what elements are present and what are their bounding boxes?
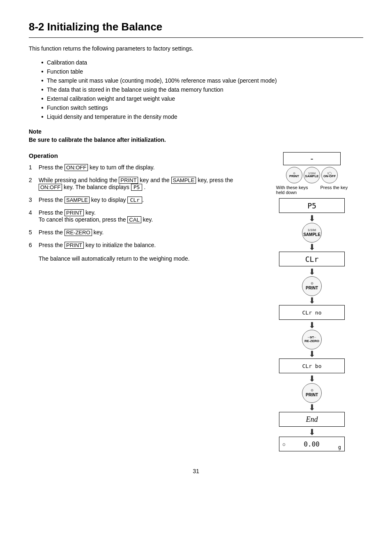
arrow-8: ⬇ (309, 403, 316, 412)
print-key-diag: ⊙ PRINT (302, 276, 322, 296)
print-key: PRINT (119, 177, 138, 184)
sample-key2: SAMPLE (65, 197, 90, 204)
intro-text: This function returns the following para… (29, 45, 363, 52)
onoff-key: ON:OFF (65, 164, 88, 171)
page-number: 31 (29, 468, 363, 474)
operation-text: Operation Press the ON:OFF key to turn o… (29, 152, 248, 268)
note-text: Be sure to calibrate the balance after i… (29, 136, 363, 143)
operation-section: Operation Press the ON:OFF key to turn o… (29, 152, 363, 451)
onoff-key-icon: I◯ ON·OFF (321, 167, 338, 183)
arrow-2: ⬇ (309, 243, 316, 251)
final-screen: ○ 0.00 g (279, 437, 345, 451)
sample-key-diag: 1/10d SAMPLE (302, 223, 322, 243)
rezero-key-diag: →0/T← RE-ZERO (302, 330, 322, 349)
list-item: Function table (41, 68, 363, 75)
arrow-9: ⬇ (309, 428, 316, 436)
arrow-5: ⬇ (309, 321, 316, 329)
list-item: Function switch settings (41, 104, 363, 111)
arrow-3: ⬇ (309, 268, 316, 276)
clr-no-screen: CLr no (279, 305, 345, 320)
weight-value: 0.00 (304, 440, 320, 448)
steps-list: Press the ON:OFF key to turn off the dis… (29, 164, 248, 262)
step-4: Press the PRINT key. To cancel this oper… (29, 209, 248, 223)
bullet-list: Calibration data Function table The samp… (41, 59, 363, 120)
list-item: Calibration data (41, 59, 363, 66)
arrow-4: ⬇ (309, 296, 316, 305)
sample-key-icon: 1/10d SAMPLE (304, 167, 320, 183)
note-section: Note Be sure to calibrate the balance af… (29, 128, 363, 143)
arrow-6: ⬇ (309, 350, 316, 358)
diagram: - ⊙ PRINT 1/10d SAMPLE I◯ ON·OFF (261, 152, 363, 451)
ps-display: P5 (131, 184, 143, 191)
clr-display: CLr (127, 197, 142, 204)
list-item: The sample unit mass value (counting mod… (41, 77, 363, 84)
held-down-label: With these keysheld down (276, 185, 308, 195)
sample-key: SAMPLE (171, 177, 196, 184)
top-screen: - (283, 152, 341, 165)
page-title: 8-2 Initializing the Balance (29, 21, 363, 33)
print-key3: PRINT (65, 242, 84, 249)
arrow-7: ⬇ (309, 375, 316, 383)
print-key-icon: ⊙ PRINT (286, 167, 302, 183)
print-key-diag2: ⊙ PRINT (302, 383, 322, 403)
rezero-key: RE-ZERO (65, 229, 92, 236)
step-3: Press the SAMPLE key to display CLr . (29, 197, 248, 204)
clr-screen: CLr (279, 252, 345, 266)
arrow-1: ⬇ (309, 214, 316, 222)
list-item: External calibration weight and target w… (41, 95, 363, 102)
note-label: Note (29, 128, 363, 135)
three-keys-row: ⊙ PRINT 1/10d SAMPLE I◯ ON·OFF (286, 167, 338, 183)
step-2: While pressing and holding the PRINT key… (29, 177, 248, 191)
print-key2: PRINT (65, 209, 84, 216)
cal-key: CAL (127, 216, 141, 223)
clr-bo-screen: CLr bo (279, 358, 345, 373)
press-key-label: Press the key (321, 185, 348, 195)
list-item: Liquid density and temperature in the de… (41, 113, 363, 120)
weight-unit: g (338, 444, 341, 450)
step-6: Press the PRINT key to initialize the ba… (29, 242, 248, 262)
dot-icon: ○ (283, 442, 285, 446)
ps-screen: P5 (279, 198, 345, 213)
list-item: The data that is stored in the balance u… (41, 86, 363, 93)
onoff-key2: ON:OFF (39, 184, 62, 191)
step-1: Press the ON:OFF key to turn off the dis… (29, 164, 248, 171)
operation-label: Operation (29, 152, 248, 159)
end-screen: End (279, 412, 345, 427)
step-5: Press the RE-ZERO key. (29, 229, 248, 236)
